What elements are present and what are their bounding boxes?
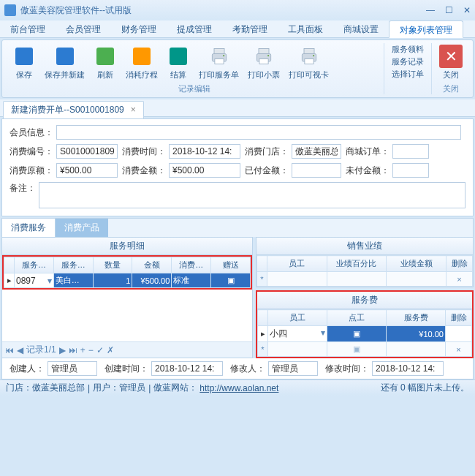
remark-textarea[interactable] (39, 182, 466, 208)
paid-label: 已付金额： (245, 165, 289, 177)
unpaid-label: 未付金额： (346, 165, 390, 177)
code-input[interactable] (56, 144, 118, 159)
pager-del[interactable]: − (88, 345, 94, 355)
pager-cancel[interactable]: ✗ (107, 345, 114, 355)
creator-input[interactable] (48, 361, 97, 376)
ribbon-btn-4[interactable]: 结算 (162, 43, 194, 82)
form-panel: 会员信息： 消费编号： 消费时间： 消费门店： 商城订单： 消费原额： 消费金额… (1, 118, 474, 216)
modifier-input[interactable] (268, 361, 318, 376)
mall-input[interactable] (392, 144, 429, 159)
mall-label: 商城订单： (346, 146, 390, 158)
detail-grid[interactable]: 服务… 服务… 数量 金额 消费… 赠送 ▸ 0897▾ 美白… 1 ¥500.… (4, 257, 251, 288)
amt-input[interactable] (169, 163, 240, 178)
fee-new-row[interactable]: *▣ × (258, 342, 472, 357)
store-input[interactable] (292, 144, 341, 159)
menu-mall[interactable]: 商城设置 (333, 20, 389, 37)
menu-finance[interactable]: 财务管理 (111, 20, 167, 37)
ribbon-btn-1[interactable]: 保存并新建 (40, 43, 89, 82)
fee-row[interactable]: ▸ 小四▾ ▣ ¥10.00 × (258, 326, 472, 342)
pager-last[interactable]: ⏭ (69, 345, 77, 355)
unpaid-input[interactable] (392, 163, 429, 178)
close-ribbon-button[interactable]: ✕ 关闭 (435, 43, 467, 82)
col-del[interactable]: 删除 (446, 256, 473, 272)
ribbon-btn-3[interactable]: 消耗疗程 (121, 43, 162, 82)
menu-bar: 前台管理 会员管理 财务管理 提成管理 考勤管理 工具面板 商城设置 对象列表管… (0, 20, 475, 38)
col-sales-amt[interactable]: 业绩金额 (387, 256, 446, 272)
col-fee-pt[interactable]: 点工 (327, 310, 387, 326)
menu-commission[interactable]: 提成管理 (167, 20, 222, 37)
tab-service[interactable]: 消费服务 (2, 219, 56, 237)
footer-row: 创建人： 创建时间： 修改人： 修改时间： (1, 358, 474, 379)
sales-grid[interactable]: 员工 业绩百分比 业绩金额 删除 * × (256, 255, 473, 287)
document-tab-label: 新建消费开单--S0010001809 (11, 105, 124, 115)
remark-label: 备注： (10, 182, 36, 194)
status-site-link[interactable]: http://www.aolan.net (200, 383, 278, 393)
sales-del-button[interactable]: × (446, 272, 473, 287)
detail-header: 服务明细 (2, 238, 252, 255)
orig-input[interactable] (56, 163, 118, 178)
pager-first[interactable]: ⏮ (5, 345, 14, 355)
menu-object-list[interactable]: 对象列表管理 (389, 20, 463, 38)
menu-frontdesk[interactable]: 前台管理 (0, 20, 56, 37)
col-gift[interactable]: 赠送 (211, 257, 251, 273)
ribbon-btn-2[interactable]: 刷新 (89, 43, 121, 82)
pager-next[interactable]: ▶ (59, 345, 66, 355)
ribbon-btn-7[interactable]: 打印可视卡 (284, 43, 333, 82)
status-store: 门店：傲蓝美丽总部 (6, 382, 85, 394)
col-fee-del[interactable]: 删除 (446, 310, 472, 326)
svg-rect-10 (304, 59, 313, 64)
close-button[interactable]: ✕ (463, 5, 471, 15)
ribbon-btn-5[interactable]: 打印服务单 (194, 43, 243, 82)
tab-product[interactable]: 消费产品 (56, 219, 108, 237)
ribbon-close-title: 关闭 (435, 82, 467, 94)
col-mode[interactable]: 消费… (172, 257, 211, 273)
time-label: 消费时间： (122, 146, 166, 158)
modifier-label: 修改人： (230, 363, 265, 375)
ribbon-text-2[interactable]: 选择订单 (392, 68, 424, 80)
ribbon-btn-6[interactable]: 打印小票 (243, 43, 284, 82)
sales-new-row[interactable]: * × (257, 272, 473, 287)
menu-tools[interactable]: 工具面板 (278, 20, 333, 37)
detail-row[interactable]: ▸ 0897▾ 美白… 1 ¥500.00 标准 ▣ (4, 273, 251, 288)
col-pct[interactable]: 业绩百分比 (327, 256, 387, 272)
svg-rect-2 (214, 59, 223, 64)
menu-attendance[interactable]: 考勤管理 (222, 20, 278, 37)
pager-prev[interactable]: ◀ (17, 345, 23, 355)
document-tab-close-icon[interactable]: × (131, 105, 136, 115)
col-amount[interactable]: 金额 (132, 257, 172, 273)
amt-label: 消费金额： (122, 165, 166, 177)
svg-point-11 (313, 55, 314, 56)
ctime-input[interactable] (151, 361, 223, 376)
member-input[interactable] (56, 125, 461, 140)
ribbon-text-1[interactable]: 服务记录 (392, 56, 424, 68)
col-qty[interactable]: 数量 (93, 257, 132, 273)
col-fee-amt[interactable]: 服务费 (387, 310, 446, 326)
col-service-code[interactable]: 服务… (15, 257, 54, 273)
minimize-button[interactable]: — (426, 5, 435, 15)
document-tab[interactable]: 新建消费开单--S0010001809 × (3, 101, 144, 118)
status-user: 用户：管理员 (93, 382, 145, 394)
pager-ok[interactable]: ✓ (96, 345, 104, 355)
window-title: 傲蓝美容院管理软件--试用版 (20, 4, 426, 17)
mtime-input[interactable] (372, 361, 444, 376)
col-emp[interactable]: 员工 (267, 256, 327, 272)
pager-add[interactable]: + (80, 345, 86, 355)
mtime-label: 修改时间： (325, 363, 369, 375)
col-service-name[interactable]: 服务… (53, 257, 93, 273)
fee-new-del-button[interactable]: × (446, 342, 472, 357)
ribbon: 保存保存并新建刷新消耗疗程结算打印服务单打印小票打印可视卡 记录编辑 服务领料服… (1, 39, 474, 98)
menu-member[interactable]: 会员管理 (56, 20, 111, 37)
time-input[interactable] (169, 144, 240, 159)
status-site-label: 傲蓝网站： (153, 382, 197, 394)
paid-input[interactable] (292, 163, 341, 178)
svg-point-7 (267, 55, 269, 56)
fee-del-button[interactable]: × (446, 326, 472, 342)
creator-label: 创建人： (10, 363, 45, 375)
ribbon-btn-0[interactable]: 保存 (8, 43, 40, 82)
maximize-button[interactable]: ☐ (445, 5, 453, 15)
fee-grid[interactable]: 员工 点工 服务费 删除 ▸ 小四▾ ▣ ¥10.00 × *▣ × (257, 309, 472, 357)
col-fee-emp[interactable]: 员工 (268, 310, 327, 326)
svg-rect-8 (304, 49, 314, 54)
pager-label: 记录1/1 (26, 344, 56, 356)
ribbon-text-0[interactable]: 服务领料 (392, 43, 424, 56)
